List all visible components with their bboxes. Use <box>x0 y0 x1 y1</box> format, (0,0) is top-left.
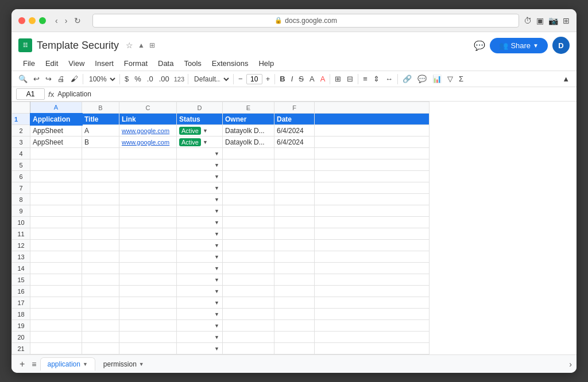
tab-application-arrow[interactable]: ▼ <box>83 361 88 367</box>
menu-edit[interactable]: Edit <box>41 57 63 69</box>
cell-e3[interactable]: Datayolk D... <box>223 137 274 148</box>
cell-f2[interactable]: 6/4/2024 <box>274 125 315 137</box>
redo-btn[interactable]: ↪ <box>43 73 54 85</box>
cell-a1[interactable]: Application <box>30 114 82 125</box>
cell-d2[interactable]: Active ▼ <box>177 125 223 137</box>
empty-dropdown[interactable]: ▼ <box>214 220 220 225</box>
align-h-btn[interactable]: ↔ <box>383 73 395 85</box>
zoom-selector[interactable]: 100% 75% 125% <box>86 73 117 85</box>
menu-file[interactable]: File <box>18 57 40 69</box>
font-size-dec-btn[interactable]: − <box>236 73 245 85</box>
empty-dropdown[interactable]: ▼ <box>214 254 220 260</box>
table-wrapper[interactable]: A B C D E F 1 Application Title <box>11 102 577 354</box>
undo-button[interactable]: 🔍 <box>16 73 30 85</box>
star-icon[interactable]: ☆ <box>126 41 133 50</box>
col-header-g[interactable] <box>315 102 430 114</box>
col-header-b[interactable]: B <box>82 102 119 114</box>
empty-dropdown[interactable]: ▼ <box>214 311 220 317</box>
menu-insert[interactable]: Insert <box>90 57 118 69</box>
cell-g3[interactable] <box>315 137 430 148</box>
empty-dropdown[interactable]: ▼ <box>214 266 220 271</box>
cell-a2[interactable]: AppSheet <box>30 125 82 137</box>
back-button[interactable]: ‹ <box>53 15 60 26</box>
cell-c1[interactable]: Link <box>119 114 177 125</box>
cell-c2[interactable]: www.google.com <box>119 125 177 137</box>
currency-btn[interactable]: $ <box>122 73 131 85</box>
col-header-f[interactable]: F <box>274 102 315 114</box>
tab-permission-arrow[interactable]: ▼ <box>139 361 144 367</box>
forward-button[interactable]: › <box>63 15 70 26</box>
link-c2[interactable]: www.google.com <box>122 127 169 134</box>
cell-f3[interactable]: 6/4/2024 <box>274 137 315 148</box>
empty-dropdown[interactable]: ▼ <box>214 208 220 214</box>
refresh-button[interactable]: ↻ <box>72 15 83 26</box>
empty-dropdown[interactable]: ▼ <box>214 289 220 294</box>
decimal-inc-btn[interactable]: .00 <box>157 73 172 85</box>
strikethrough-btn[interactable]: S <box>296 73 306 85</box>
empty-dropdown[interactable]: ▼ <box>214 185 220 191</box>
minimize-button[interactable] <box>29 17 36 24</box>
decimal-dec-btn[interactable]: .0 <box>145 73 156 85</box>
col-header-a[interactable]: A <box>30 102 82 114</box>
tab-permission[interactable]: permission ▼ <box>96 358 151 371</box>
menu-view[interactable]: View <box>64 57 89 69</box>
camera-icon[interactable]: 📷 <box>548 16 558 25</box>
empty-dropdown[interactable]: ▼ <box>214 243 220 248</box>
col-header-e[interactable]: E <box>223 102 274 114</box>
percent-btn[interactable]: % <box>132 73 144 85</box>
chart-btn[interactable]: 📊 <box>430 73 444 85</box>
link-c3[interactable]: www.google.com <box>122 139 169 146</box>
bold-btn[interactable]: B <box>277 73 287 85</box>
avatar[interactable]: D <box>552 37 570 54</box>
undo-btn2[interactable]: ↩ <box>31 73 42 85</box>
cell-d1[interactable]: Status <box>177 114 223 125</box>
tab-application[interactable]: application ▼ <box>40 357 95 371</box>
align-left-btn[interactable]: ≡ <box>361 73 370 85</box>
close-button[interactable] <box>18 17 25 24</box>
status-dropdown-2[interactable]: ▼ <box>202 128 208 134</box>
history-icon[interactable]: ⏱ <box>524 16 532 25</box>
cell-b2[interactable]: A <box>82 125 119 137</box>
add-sheet-button[interactable]: + <box>16 357 28 372</box>
cell-b3[interactable]: B <box>82 137 119 148</box>
empty-dropdown[interactable]: ▼ <box>214 277 220 283</box>
empty-dropdown[interactable]: ▼ <box>214 300 220 306</box>
borders-btn[interactable]: ⊞ <box>332 73 343 85</box>
paint-format-btn[interactable]: 🖌 <box>68 73 80 85</box>
highlight-btn[interactable]: A <box>318 73 328 85</box>
italic-btn[interactable]: I <box>289 73 296 85</box>
maximize-button[interactable] <box>39 17 46 24</box>
empty-dropdown[interactable]: ▼ <box>214 174 220 180</box>
function-btn[interactable]: Σ <box>457 73 466 85</box>
scroll-right-button[interactable]: › <box>569 360 572 369</box>
empty-dropdown[interactable]: ▼ <box>214 197 220 202</box>
cell-a3[interactable]: AppSheet <box>30 137 82 148</box>
cell-f1[interactable]: Date <box>274 114 315 125</box>
status-dropdown-3[interactable]: ▼ <box>202 139 208 145</box>
empty-dropdown[interactable]: ▼ <box>214 151 220 157</box>
link-btn[interactable]: 🔗 <box>400 73 414 85</box>
empty-dropdown[interactable]: ▼ <box>214 323 220 329</box>
sidebar-icon[interactable]: ⊞ <box>563 16 570 25</box>
cell-e1[interactable]: Owner <box>223 114 274 125</box>
share-button[interactable]: 👥 Share ▼ <box>490 38 548 53</box>
font-color-btn[interactable]: A <box>307 73 317 85</box>
col-header-c[interactable]: C <box>119 102 177 114</box>
cell-d3[interactable]: Active ▼ <box>177 137 223 148</box>
cell-reference-input[interactable] <box>16 88 45 100</box>
drive-icon[interactable]: ▲ <box>138 41 145 49</box>
collapse-toolbar-btn[interactable]: ▲ <box>560 73 572 85</box>
comment-btn[interactable]: 💬 <box>415 73 429 85</box>
cell-b1[interactable]: Title <box>82 114 119 125</box>
filter-btn[interactable]: ▽ <box>445 73 455 85</box>
font-size-inc-btn[interactable]: + <box>264 73 273 85</box>
menu-format[interactable]: Format <box>119 57 152 69</box>
empty-dropdown[interactable]: ▼ <box>214 334 220 340</box>
sheet-menu-button[interactable]: ≡ <box>28 357 40 371</box>
menu-tools[interactable]: Tools <box>179 57 206 69</box>
cell-g2[interactable] <box>315 125 430 137</box>
cell-g1[interactable] <box>315 114 430 125</box>
comments-icon[interactable]: 💬 <box>474 40 485 51</box>
cell-c3[interactable]: www.google.com <box>119 137 177 148</box>
font-size-input[interactable] <box>246 74 262 84</box>
